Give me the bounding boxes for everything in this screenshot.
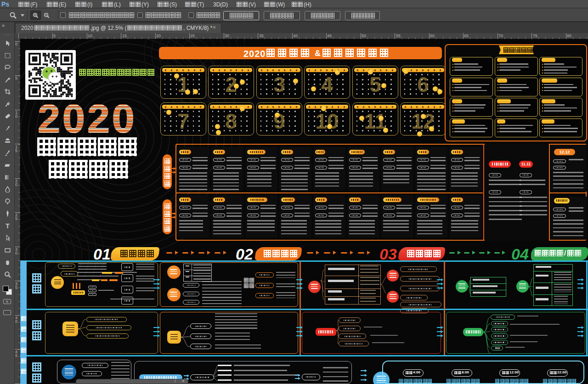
svg-text:T: T — [6, 222, 10, 229]
